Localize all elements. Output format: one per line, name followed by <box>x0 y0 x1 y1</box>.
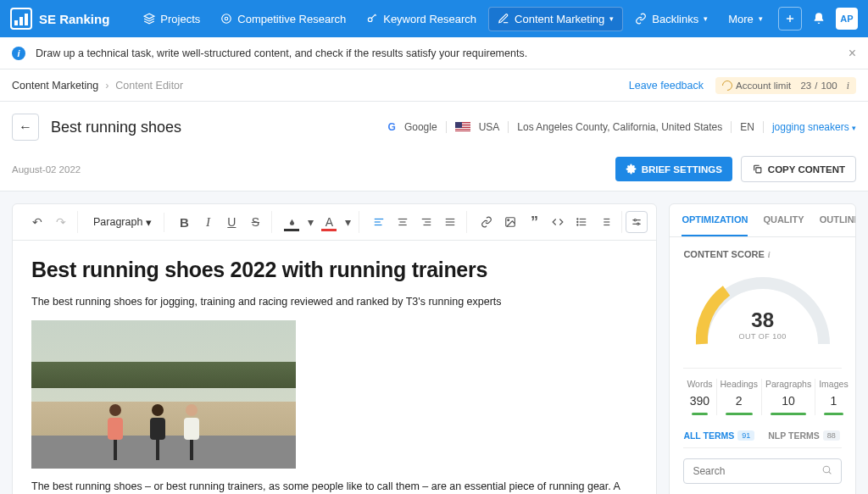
svg-point-1 <box>222 14 231 24</box>
score-outof: OUT OF 100 <box>687 332 839 341</box>
meta-chips: G Google USA Los Angeles County, Califor… <box>388 121 856 133</box>
svg-point-3 <box>369 18 373 22</box>
svg-point-33 <box>634 219 636 221</box>
nav-backlinks[interactable]: Backlinks▾ <box>626 7 716 31</box>
svg-point-21 <box>508 219 509 221</box>
keyword-dropdown[interactable]: jogging sneakers ▾ <box>772 121 856 133</box>
banner-text: Draw up a technical task, write well-str… <box>36 47 527 59</box>
svg-point-2 <box>225 17 229 20</box>
nav-label: Projects <box>160 13 200 25</box>
gear-icon <box>626 164 637 175</box>
nav-projects[interactable]: Projects <box>135 7 209 31</box>
side-panel: OPTIMIZATION QUALITY OUTLINE CONTENT SCO… <box>669 203 856 494</box>
redo-button[interactable]: ↷ <box>50 211 72 233</box>
align-right-button[interactable] <box>415 211 437 233</box>
copy-icon <box>752 164 763 175</box>
brand-name: SE Ranking <box>39 12 109 26</box>
underline-button[interactable]: U <box>220 211 242 233</box>
brief-settings-button[interactable]: BRIEF SETTINGS <box>615 157 732 181</box>
align-justify-button[interactable] <box>439 211 461 233</box>
key-icon <box>366 13 378 25</box>
settings-toggle-button[interactable] <box>626 211 648 233</box>
chevron-right-icon: › <box>105 80 108 92</box>
svg-rect-7 <box>756 168 761 173</box>
tab-quality[interactable]: QUALITY <box>763 204 804 236</box>
chevron-down-icon: ▾ <box>609 14 614 23</box>
svg-point-25 <box>577 219 578 219</box>
quote-button[interactable]: ” <box>523 211 545 233</box>
terms-search[interactable] <box>683 458 842 484</box>
document-date: August-02 2022 <box>12 164 81 175</box>
chevron-down-icon[interactable]: ▾ <box>304 211 316 233</box>
svg-marker-0 <box>145 14 155 19</box>
paragraph-dropdown[interactable]: Paragraph ▾ <box>86 213 159 232</box>
link-icon <box>635 13 647 25</box>
info-icon[interactable]: i <box>768 250 771 259</box>
limit-total: 100 <box>821 80 837 91</box>
nav-label: Keyword Research <box>383 13 476 25</box>
nav-label: Content Marketing <box>515 13 604 25</box>
chevron-down-icon[interactable]: ▾ <box>342 211 353 233</box>
breadcrumb-parent[interactable]: Content Marketing <box>12 80 98 92</box>
chevron-down-icon: ▾ <box>146 216 152 229</box>
score-value: 38 <box>687 308 839 332</box>
gauge-icon <box>721 78 735 92</box>
back-button[interactable]: ← <box>12 114 39 141</box>
stat-headings: Headings2 <box>717 379 762 415</box>
editor-panel: ↶ ↷ Paragraph ▾ B I U S ▾ A ▾ <box>12 203 657 494</box>
copy-content-button[interactable]: COPY CONTENT <box>741 156 856 182</box>
nav-label: Backlinks <box>652 13 698 25</box>
score-gauge: 38 OUT OF 100 <box>687 268 839 352</box>
top-nav: SE Ranking Projects Competitive Research… <box>0 0 868 37</box>
add-button[interactable] <box>778 7 802 31</box>
nav-more[interactable]: More▾ <box>720 7 771 31</box>
tab-nlp-terms[interactable]: NLP TERMS88 <box>768 430 840 441</box>
leave-feedback-link[interactable]: Leave feedback <box>629 80 704 92</box>
text-color-button[interactable]: A <box>318 211 340 233</box>
document-title: Best running shoes <box>51 119 388 136</box>
tab-all-terms[interactable]: ALL TERMS91 <box>683 430 754 441</box>
tab-optimization[interactable]: OPTIMIZATION <box>682 204 748 236</box>
tab-outline[interactable]: OUTLINE <box>820 204 856 236</box>
search-icon <box>821 464 832 478</box>
strikethrough-button[interactable]: S <box>244 211 266 233</box>
content-paragraph: The best running shoes – or best running… <box>31 479 637 494</box>
content-h1: Best running shoes 2022 with running tra… <box>31 258 637 282</box>
align-center-button[interactable] <box>392 211 414 233</box>
undo-button[interactable]: ↶ <box>26 211 48 233</box>
logo-icon <box>10 8 32 30</box>
stat-words: Words390 <box>683 379 716 415</box>
plus-icon <box>784 13 796 25</box>
chevron-down-icon: ▾ <box>759 14 763 23</box>
google-icon: G <box>388 121 396 133</box>
account-limit-badge[interactable]: Account limit 23 / 100 i <box>715 77 856 94</box>
image-button[interactable] <box>499 211 521 233</box>
nav-keyword[interactable]: Keyword Research <box>358 7 485 31</box>
info-banner: i Draw up a technical task, write well-s… <box>0 37 868 69</box>
edit-icon <box>498 13 509 25</box>
close-icon[interactable]: × <box>849 46 856 61</box>
nav-competitive[interactable]: Competitive Research <box>212 7 354 31</box>
bullet-list-button[interactable] <box>570 211 593 233</box>
bold-button[interactable]: B <box>173 211 195 233</box>
editor-body[interactable]: Best running shoes 2022 with running tra… <box>13 241 656 494</box>
numbered-list-button[interactable] <box>594 211 616 233</box>
code-button[interactable] <box>547 211 569 233</box>
content-image <box>31 320 296 469</box>
italic-button[interactable]: I <box>197 211 219 233</box>
info-icon: i <box>847 80 849 91</box>
chevron-down-icon: ▾ <box>852 124 856 132</box>
stat-images: Images1 <box>815 379 851 415</box>
nav-label: More <box>728 13 754 25</box>
link-button[interactable] <box>476 211 498 233</box>
nav-content-marketing[interactable]: Content Marketing▾ <box>488 7 623 31</box>
bell-icon[interactable] <box>812 12 826 25</box>
location: Los Angeles County, California, United S… <box>517 121 722 133</box>
align-left-button[interactable] <box>368 211 390 233</box>
search-input[interactable] <box>693 465 821 477</box>
content-score-label: CONTENT SCORE i <box>683 249 842 259</box>
user-avatar[interactable]: AP <box>836 8 858 30</box>
svg-point-34 <box>637 223 639 225</box>
language: EN <box>740 121 754 133</box>
highlight-color-button[interactable] <box>281 211 303 233</box>
